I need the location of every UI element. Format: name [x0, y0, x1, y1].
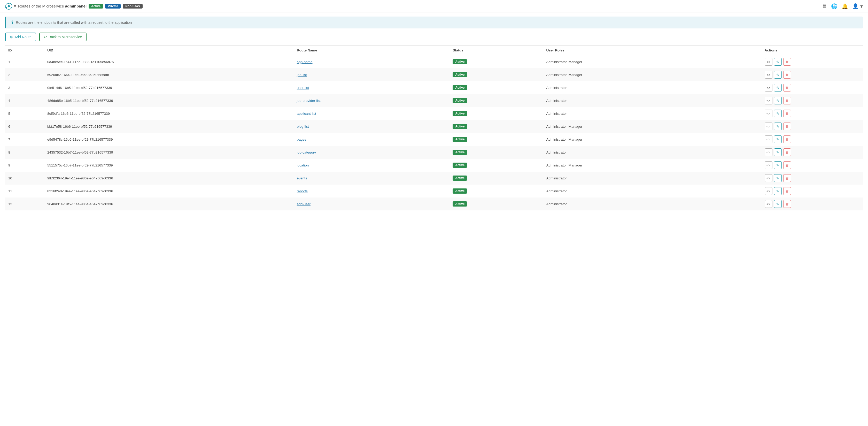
route-link[interactable]: user-list [297, 86, 309, 90]
cell-route-name[interactable]: applicant-list [294, 107, 450, 120]
actions-cell: <> ✎ 🗑 [765, 71, 860, 79]
table-row: 10 9fb32364-19e4-11ee-986e-e647b09d0336 … [5, 172, 863, 184]
cell-status: Active [450, 146, 543, 159]
route-link[interactable]: job-category [297, 150, 316, 154]
cell-uid: 486da85e-16b5-11ee-bf52-77b216577339 [44, 94, 294, 107]
route-link[interactable]: events [297, 176, 307, 180]
edit-button[interactable]: ✎ [774, 122, 782, 130]
cell-status: Active [450, 172, 543, 184]
edit-button[interactable]: ✎ [774, 71, 782, 79]
code-button[interactable]: <> [765, 136, 772, 143]
cell-route-name[interactable]: location [294, 159, 450, 172]
support-icon[interactable]: 🖥 [822, 3, 827, 9]
route-link[interactable]: blog-list [297, 124, 309, 129]
bell-icon[interactable]: 🔔 [842, 3, 848, 9]
code-button[interactable]: <> [765, 161, 772, 169]
delete-button[interactable]: 🗑 [783, 148, 791, 156]
table-row: 6 bbf17e58-16b6-11ee-bf52-77b216577339 b… [5, 120, 863, 133]
cell-user-roles: Administrator, Manager [543, 159, 762, 172]
delete-button[interactable]: 🗑 [783, 161, 791, 169]
code-button[interactable]: <> [765, 97, 772, 105]
code-button[interactable]: <> [765, 84, 772, 91]
delete-button[interactable]: 🗑 [783, 110, 791, 117]
edit-button[interactable]: ✎ [774, 174, 782, 182]
route-link[interactable]: job-provider-list [297, 99, 320, 103]
route-link[interactable]: applicant-list [297, 112, 316, 116]
code-button[interactable]: <> [765, 200, 772, 208]
col-header-route-name: Route Name [294, 46, 450, 55]
delete-button[interactable]: 🗑 [783, 122, 791, 130]
cell-id: 7 [5, 133, 44, 146]
cell-status: Active [450, 133, 543, 146]
edit-button[interactable]: ✎ [774, 58, 782, 66]
route-link[interactable]: app-home [297, 60, 313, 64]
edit-button[interactable]: ✎ [774, 136, 782, 143]
actions-cell: <> ✎ 🗑 [765, 58, 860, 66]
delete-button[interactable]: 🗑 [783, 71, 791, 79]
cell-route-name[interactable]: app-home [294, 55, 450, 68]
route-link[interactable]: job-list [297, 73, 307, 77]
cell-route-name[interactable]: job-provider-list [294, 94, 450, 107]
cell-user-roles: Administrator [543, 146, 762, 159]
delete-button[interactable]: 🗑 [783, 84, 791, 91]
edit-button[interactable]: ✎ [774, 84, 782, 91]
code-button[interactable]: <> [765, 110, 772, 117]
logo-dropdown-icon[interactable]: ▾ [14, 4, 16, 8]
actions-cell: <> ✎ 🗑 [765, 161, 860, 169]
cell-route-name[interactable]: job-category [294, 146, 450, 159]
actions-cell: <> ✎ 🗑 [765, 174, 860, 182]
cell-user-roles: Administrator [543, 172, 762, 184]
code-button[interactable]: <> [765, 187, 772, 195]
delete-button[interactable]: 🗑 [783, 136, 791, 143]
edit-button[interactable]: ✎ [774, 148, 782, 156]
delete-button[interactable]: 🗑 [783, 58, 791, 66]
cell-route-name[interactable]: blog-list [294, 120, 450, 133]
table-header-row: ID UID Route Name Status User Roles Acti… [5, 46, 863, 55]
user-icon[interactable]: 👤 ▾ [852, 3, 863, 9]
add-icon: ⊕ [10, 35, 13, 39]
cell-uid: 5926aff2-1664-11ee-9a6f-86860fb86dfb [44, 68, 294, 81]
code-button[interactable]: <> [765, 122, 772, 130]
cell-actions: <> ✎ 🗑 [762, 107, 863, 120]
code-button[interactable]: <> [765, 58, 772, 66]
cell-status: Active [450, 159, 543, 172]
code-button[interactable]: <> [765, 71, 772, 79]
status-badge: Active [453, 98, 467, 103]
edit-button[interactable]: ✎ [774, 161, 782, 169]
cell-uid: 9fb32364-19e4-11ee-986e-e647b09d0336 [44, 172, 294, 184]
cell-route-name[interactable]: pages [294, 133, 450, 146]
back-to-microservice-button[interactable]: ↩ Back to Microservice [39, 33, 87, 41]
cell-status: Active [450, 94, 543, 107]
delete-button[interactable]: 🗑 [783, 187, 791, 195]
logo-area: ▾ [5, 3, 16, 10]
cell-route-name[interactable]: events [294, 172, 450, 184]
globe-icon[interactable]: 🌐 [831, 3, 838, 9]
edit-button[interactable]: ✎ [774, 97, 782, 105]
code-button[interactable]: <> [765, 148, 772, 156]
route-link[interactable]: reports [297, 189, 308, 193]
cell-user-roles: Administrator, Manager [543, 55, 762, 68]
delete-button[interactable]: 🗑 [783, 200, 791, 208]
route-link[interactable]: add-user [297, 202, 311, 206]
col-header-uid: UID [44, 46, 294, 55]
status-badge: Active [453, 189, 467, 194]
cell-route-name[interactable]: job-list [294, 68, 450, 81]
cell-route-name[interactable]: user-list [294, 81, 450, 94]
edit-button[interactable]: ✎ [774, 187, 782, 195]
edit-button[interactable]: ✎ [774, 110, 782, 117]
cell-user-roles: Administrator [543, 81, 762, 94]
cell-route-name[interactable]: add-user [294, 198, 450, 210]
routes-table-wrapper: ID UID Route Name Status User Roles Acti… [0, 46, 868, 210]
route-link[interactable]: pages [297, 138, 306, 141]
cell-route-name[interactable]: reports [294, 184, 450, 198]
add-route-button[interactable]: ⊕ Add Route [5, 33, 36, 41]
edit-button[interactable]: ✎ [774, 200, 782, 208]
delete-button[interactable]: 🗑 [783, 174, 791, 182]
code-button[interactable]: <> [765, 174, 772, 182]
cell-uid: 24357532-16b7-11ee-bf52-77b216577339 [44, 146, 294, 159]
header-title: Routes of the Microservice adminpanel [18, 4, 87, 8]
route-link[interactable]: location [297, 163, 309, 167]
delete-button[interactable]: 🗑 [783, 97, 791, 105]
cell-status: Active [450, 107, 543, 120]
cell-actions: <> ✎ 🗑 [762, 81, 863, 94]
